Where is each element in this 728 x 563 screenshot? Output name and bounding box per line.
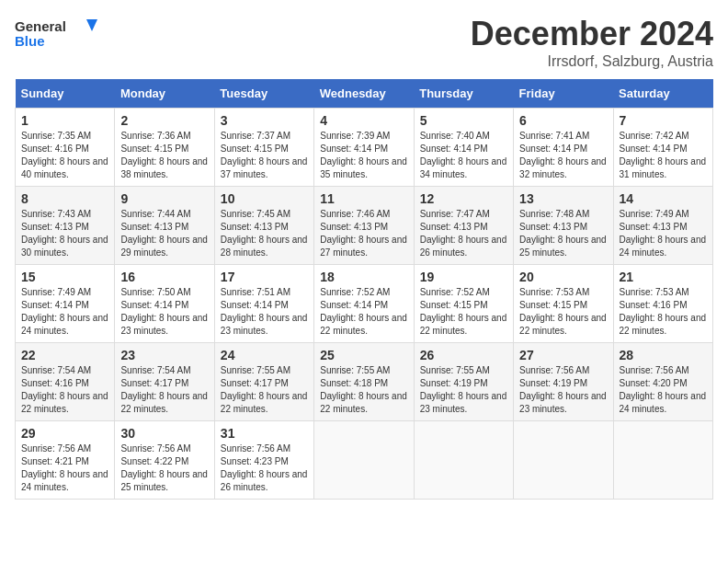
table-row <box>314 421 414 500</box>
table-row: 26Sunrise: 7:55 AMSunset: 4:19 PMDayligh… <box>414 343 513 421</box>
calendar-week-row: 8Sunrise: 7:43 AMSunset: 4:13 PMDaylight… <box>16 187 713 265</box>
table-row: 3Sunrise: 7:37 AMSunset: 4:15 PMDaylight… <box>214 109 313 187</box>
table-row: 16Sunrise: 7:50 AMSunset: 4:14 PMDayligh… <box>115 265 214 343</box>
table-row: 5Sunrise: 7:40 AMSunset: 4:14 PMDaylight… <box>414 109 513 187</box>
day-number: 13 <box>519 191 607 206</box>
day-number: 31 <box>221 426 308 441</box>
day-info: Sunrise: 7:37 AMSunset: 4:15 PMDaylight:… <box>221 130 308 181</box>
day-info: Sunrise: 7:35 AMSunset: 4:16 PMDaylight:… <box>21 130 108 181</box>
day-info: Sunrise: 7:44 AMSunset: 4:13 PMDaylight:… <box>120 208 208 259</box>
table-row: 1Sunrise: 7:35 AMSunset: 4:16 PMDaylight… <box>16 109 115 187</box>
table-row: 9Sunrise: 7:44 AMSunset: 4:13 PMDaylight… <box>115 187 214 265</box>
day-info: Sunrise: 7:56 AMSunset: 4:22 PMDaylight:… <box>120 442 208 494</box>
header-tuesday: Tuesday <box>214 79 313 109</box>
day-number: 4 <box>320 113 407 128</box>
day-info: Sunrise: 7:52 AMSunset: 4:15 PMDaylight:… <box>420 286 507 338</box>
calendar-week-row: 15Sunrise: 7:49 AMSunset: 4:14 PMDayligh… <box>16 265 713 343</box>
day-info: Sunrise: 7:47 AMSunset: 4:13 PMDaylight:… <box>420 208 507 259</box>
table-row: 12Sunrise: 7:47 AMSunset: 4:13 PMDayligh… <box>414 187 513 265</box>
table-row: 17Sunrise: 7:51 AMSunset: 4:14 PMDayligh… <box>214 265 313 343</box>
day-number: 27 <box>519 348 607 362</box>
day-info: Sunrise: 7:46 AMSunset: 4:13 PMDaylight:… <box>320 208 407 259</box>
day-number: 26 <box>420 348 507 362</box>
day-info: Sunrise: 7:55 AMSunset: 4:18 PMDaylight:… <box>320 364 407 416</box>
table-row: 6Sunrise: 7:41 AMSunset: 4:14 PMDaylight… <box>514 109 613 187</box>
day-number: 11 <box>320 191 407 206</box>
day-info: Sunrise: 7:55 AMSunset: 4:17 PMDaylight:… <box>221 364 308 416</box>
calendar-table: Sunday Monday Tuesday Wednesday Thursday… <box>15 79 713 500</box>
day-number: 16 <box>120 270 208 284</box>
day-info: Sunrise: 7:56 AMSunset: 4:21 PMDaylight:… <box>21 442 108 494</box>
day-info: Sunrise: 7:56 AMSunset: 4:20 PMDaylight:… <box>620 364 707 416</box>
table-row: 28Sunrise: 7:56 AMSunset: 4:20 PMDayligh… <box>613 343 712 421</box>
table-row: 30Sunrise: 7:56 AMSunset: 4:22 PMDayligh… <box>115 421 214 500</box>
location: Irrsdorf, Salzburg, Austria <box>471 53 713 70</box>
table-row: 8Sunrise: 7:43 AMSunset: 4:13 PMDaylight… <box>16 187 115 265</box>
day-info: Sunrise: 7:53 AMSunset: 4:16 PMDaylight:… <box>620 286 707 338</box>
table-row: 7Sunrise: 7:42 AMSunset: 4:14 PMDaylight… <box>613 109 712 187</box>
table-row: 24Sunrise: 7:55 AMSunset: 4:17 PMDayligh… <box>214 343 313 421</box>
day-number: 2 <box>120 113 208 128</box>
month-title: December 2024 <box>471 15 713 53</box>
day-number: 24 <box>221 348 308 362</box>
day-info: Sunrise: 7:36 AMSunset: 4:15 PMDaylight:… <box>120 130 208 181</box>
table-row: 11Sunrise: 7:46 AMSunset: 4:13 PMDayligh… <box>314 187 414 265</box>
day-info: Sunrise: 7:48 AMSunset: 4:13 PMDaylight:… <box>519 208 607 259</box>
day-info: Sunrise: 7:45 AMSunset: 4:13 PMDaylight:… <box>221 208 308 259</box>
table-row: 29Sunrise: 7:56 AMSunset: 4:21 PMDayligh… <box>16 421 115 500</box>
header-friday: Friday <box>514 79 613 109</box>
table-row <box>613 421 712 500</box>
table-row: 20Sunrise: 7:53 AMSunset: 4:15 PMDayligh… <box>514 265 613 343</box>
day-number: 25 <box>320 348 407 362</box>
day-info: Sunrise: 7:41 AMSunset: 4:14 PMDaylight:… <box>519 130 607 181</box>
svg-text:General: General <box>15 18 66 34</box>
table-row: 13Sunrise: 7:48 AMSunset: 4:13 PMDayligh… <box>514 187 613 265</box>
day-number: 1 <box>21 113 108 128</box>
table-row: 31Sunrise: 7:56 AMSunset: 4:23 PMDayligh… <box>214 421 313 500</box>
calendar-week-row: 29Sunrise: 7:56 AMSunset: 4:21 PMDayligh… <box>16 421 713 500</box>
table-row: 22Sunrise: 7:54 AMSunset: 4:16 PMDayligh… <box>16 343 115 421</box>
day-info: Sunrise: 7:43 AMSunset: 4:13 PMDaylight:… <box>21 208 108 259</box>
header-sunday: Sunday <box>16 79 115 109</box>
day-number: 28 <box>620 348 707 362</box>
day-info: Sunrise: 7:56 AMSunset: 4:23 PMDaylight:… <box>221 442 308 494</box>
table-row: 4Sunrise: 7:39 AMSunset: 4:14 PMDaylight… <box>314 109 414 187</box>
day-info: Sunrise: 7:54 AMSunset: 4:16 PMDaylight:… <box>21 364 108 416</box>
day-number: 10 <box>221 191 308 206</box>
calendar-header-row: Sunday Monday Tuesday Wednesday Thursday… <box>16 79 713 109</box>
page-header: General Blue December 2024 Irrsdorf, Sal… <box>15 15 713 70</box>
day-number: 18 <box>320 270 407 284</box>
day-number: 19 <box>420 270 507 284</box>
day-number: 5 <box>420 113 507 128</box>
day-info: Sunrise: 7:50 AMSunset: 4:14 PMDaylight:… <box>120 286 208 338</box>
day-number: 12 <box>420 191 507 206</box>
day-info: Sunrise: 7:53 AMSunset: 4:15 PMDaylight:… <box>519 286 607 338</box>
table-row <box>514 421 613 500</box>
day-number: 23 <box>120 348 208 362</box>
day-number: 30 <box>120 426 208 441</box>
day-info: Sunrise: 7:49 AMSunset: 4:13 PMDaylight:… <box>620 208 707 259</box>
calendar-week-row: 22Sunrise: 7:54 AMSunset: 4:16 PMDayligh… <box>16 343 713 421</box>
table-row <box>414 421 513 500</box>
day-info: Sunrise: 7:49 AMSunset: 4:14 PMDaylight:… <box>21 286 108 338</box>
day-number: 15 <box>21 270 108 284</box>
day-number: 9 <box>120 191 208 206</box>
day-number: 8 <box>21 191 108 206</box>
table-row: 2Sunrise: 7:36 AMSunset: 4:15 PMDaylight… <box>115 109 214 187</box>
logo: General Blue <box>15 15 97 52</box>
day-info: Sunrise: 7:56 AMSunset: 4:19 PMDaylight:… <box>519 364 607 416</box>
calendar-week-row: 1Sunrise: 7:35 AMSunset: 4:16 PMDaylight… <box>16 109 713 187</box>
table-row: 23Sunrise: 7:54 AMSunset: 4:17 PMDayligh… <box>115 343 214 421</box>
header-monday: Monday <box>115 79 214 109</box>
table-row: 10Sunrise: 7:45 AMSunset: 4:13 PMDayligh… <box>214 187 313 265</box>
header-wednesday: Wednesday <box>314 79 414 109</box>
header-thursday: Thursday <box>414 79 513 109</box>
day-number: 17 <box>221 270 308 284</box>
day-info: Sunrise: 7:51 AMSunset: 4:14 PMDaylight:… <box>221 286 308 338</box>
svg-marker-2 <box>86 19 97 31</box>
day-info: Sunrise: 7:42 AMSunset: 4:14 PMDaylight:… <box>620 130 707 181</box>
table-row: 21Sunrise: 7:53 AMSunset: 4:16 PMDayligh… <box>613 265 712 343</box>
table-row: 27Sunrise: 7:56 AMSunset: 4:19 PMDayligh… <box>514 343 613 421</box>
day-number: 14 <box>620 191 707 206</box>
day-info: Sunrise: 7:52 AMSunset: 4:14 PMDaylight:… <box>320 286 407 338</box>
